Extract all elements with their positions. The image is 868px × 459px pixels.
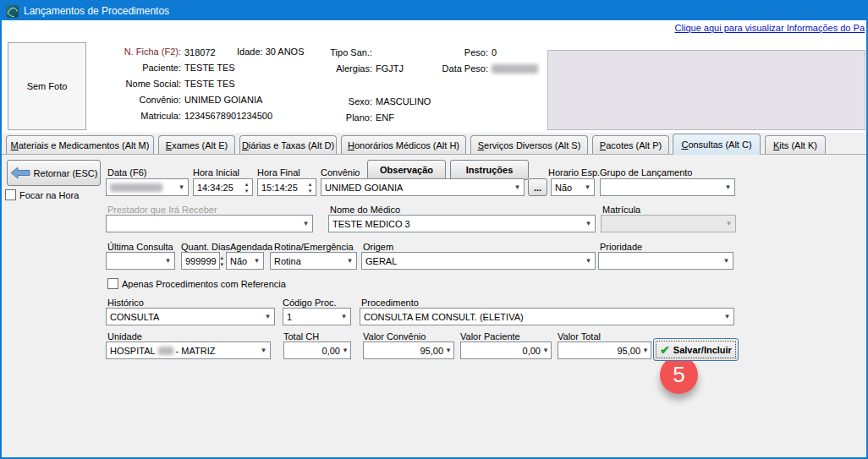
dropdown-arrow-icon: ▾ [722, 216, 735, 232]
instrucoes-button[interactable]: Instruções [450, 160, 529, 180]
idade-row: Idade: 30 ANOS [237, 46, 305, 57]
retornar-button[interactable]: Retornar (ESC) [7, 160, 101, 186]
dropdown-arrow-icon[interactable]: ▾ [261, 309, 274, 325]
spinner-up-icon[interactable]: ▴ [309, 181, 312, 188]
dropdown-arrow-icon[interactable]: ▾ [511, 179, 524, 195]
valor-convenio-label: Valor Convênio [363, 331, 426, 342]
step-annotation-badge: 5 [660, 356, 698, 394]
tab-materiais-medicamentos[interactable]: Materiais e Medicamentos (Alt M) [6, 135, 154, 154]
grupo-lancamento-label: Grupo de Lançamento [600, 167, 692, 178]
peso-value: 0 [492, 47, 497, 57]
tab-diarias-taxas[interactable]: Diárias e Taxas (Alt D) [239, 135, 337, 154]
spinner-down-icon[interactable]: ▾ [309, 188, 312, 194]
valor-paciente-field[interactable]: 0,00 ▾ [460, 342, 552, 359]
ultima-consulta-combobox[interactable]: ▾ [106, 252, 175, 270]
nome-medico-combobox[interactable]: TESTE MEDICO 3 ▾ [328, 215, 596, 232]
title-bar: Lançamentos de Procedimentos [2, 2, 866, 20]
alergias-value: FGJTJ [376, 63, 404, 74]
tab-consultas[interactable]: Consultas (Alt C) [673, 134, 761, 155]
convenio-value: UNIMED GOIANIA [184, 95, 262, 105]
rotina-emergencia-value: Rotina [274, 256, 301, 266]
spinner-down-icon[interactable]: ▾ [245, 188, 249, 194]
app-window: Lançamentos de Procedimentos Clique aqui… [0, 0, 868, 459]
dropdown-arrow-icon[interactable]: ▾ [722, 179, 734, 195]
dropdown-arrow-icon[interactable]: ▾ [340, 342, 350, 358]
salvar-incluir-button[interactable]: ✔ Salvar/Incluir [653, 338, 739, 361]
focar-na-hora-label: Focar na Hora [19, 190, 79, 200]
valor-total-field[interactable]: 95,00 ▾ [558, 342, 651, 359]
valor-total-value: 95,00 [560, 346, 640, 356]
convenio-label: Convênio: [80, 95, 181, 105]
prestador-combobox[interactable]: ▾ [106, 215, 313, 232]
tab-kits[interactable]: Kits (Alt K) [765, 135, 826, 154]
quant-dias-value: 999999 [185, 256, 217, 266]
nome-social-label: Nome Social: [80, 79, 181, 89]
apenas-referencia-checkbox[interactable] [107, 278, 118, 289]
dropdown-arrow-icon[interactable]: ▾ [162, 253, 174, 269]
link-strip: Clique aqui para visualizar Informações … [2, 20, 866, 37]
agendada-combobox[interactable]: Não ▾ [226, 252, 264, 270]
unidade-combobox[interactable]: HOSPITAL - MATRIZ ▾ [106, 342, 271, 359]
historico-combobox[interactable]: CONSULTA ▾ [106, 308, 275, 325]
ficha-label: N. Ficha (F2): [80, 46, 181, 57]
dropdown-arrow-icon[interactable]: ▾ [721, 309, 733, 325]
codigo-proc-value: 1 [287, 312, 292, 322]
hora-final-spinner[interactable]: 15:14:25 ▴▾ [257, 178, 316, 196]
focar-na-hora-checkbox[interactable] [5, 189, 16, 200]
tab-exames[interactable]: Exames (Alt E) [158, 135, 235, 154]
data-combobox[interactable]: ▾ [106, 178, 189, 196]
tab-servicos-diversos[interactable]: Serviços Diversos (Alt S) [470, 135, 588, 154]
check-icon: ✔ [660, 343, 670, 357]
hora-inicial-label: Hora Inicial [193, 167, 239, 178]
dropdown-arrow-icon[interactable]: ▾ [443, 342, 453, 358]
plano-label: Plano: [305, 112, 372, 123]
dropdown-arrow-icon[interactable]: ▾ [581, 179, 594, 195]
dropdown-arrow-icon[interactable]: ▾ [582, 253, 595, 269]
patient-info-link[interactable]: Clique aqui para visualizar Informações … [675, 23, 865, 33]
dropdown-arrow-icon[interactable]: ▾ [250, 253, 263, 269]
codigo-proc-combobox[interactable]: 1 ▾ [283, 308, 351, 325]
ellipsis-button[interactable]: ... [528, 178, 547, 196]
spinner-down-icon[interactable]: ▾ [220, 261, 223, 268]
observacao-button[interactable]: Observação [367, 160, 446, 180]
spinner-up-icon[interactable]: ▴ [245, 181, 249, 188]
hora-final-label: Hora Final [257, 167, 300, 178]
dropdown-arrow-icon[interactable]: ▾ [299, 216, 312, 232]
dropdown-arrow-icon[interactable]: ▾ [257, 342, 270, 358]
ficha-value: 318072 [184, 47, 216, 57]
retornar-label: Retornar (ESC) [34, 168, 98, 178]
tab-honorarios-medicos[interactable]: Honorários Médicos (Alt H) [341, 135, 466, 154]
paciente-label: Paciente: [80, 63, 181, 73]
quant-dias-label: Quant. Dias [181, 242, 230, 252]
hora-inicial-spinner[interactable]: 14:34:25 ▴▾ [193, 178, 253, 196]
prestador-label: Prestador que Irá Receber [107, 205, 217, 215]
historico-value: CONSULTA [110, 312, 159, 322]
dropdown-arrow-icon[interactable]: ▾ [541, 342, 551, 358]
plano-value: ENF [376, 112, 394, 123]
unidade-redacted-part [158, 347, 173, 355]
prioridade-label: Prioridade [600, 242, 642, 252]
total-ch-field[interactable]: 0,00 ▾ [283, 342, 351, 359]
rotina-emergencia-label: Rotina/Emergência [274, 242, 354, 252]
rotina-emergencia-combobox[interactable]: Rotina ▾ [270, 252, 357, 270]
grupo-lancamento-combobox[interactable]: ▾ [600, 178, 735, 196]
dropdown-arrow-icon[interactable]: ▾ [343, 253, 356, 269]
valor-total-label: Valor Total [558, 331, 601, 342]
dropdown-arrow-icon[interactable]: ▾ [175, 179, 188, 195]
ultima-consulta-label: Última Consulta [107, 242, 173, 252]
horario-esp-combobox[interactable]: Não ▾ [551, 178, 595, 196]
dropdown-arrow-icon[interactable]: ▾ [582, 216, 595, 232]
valor-convenio-field[interactable]: 95,00 ▾ [363, 342, 454, 359]
quant-dias-spinner[interactable]: 999999 ▴▾ [181, 252, 220, 270]
origem-combobox[interactable]: GERAL ▾ [361, 252, 596, 270]
procedimento-combobox[interactable]: CONSULTA EM CONSULT. (ELETIVA) ▾ [360, 308, 734, 325]
convenio-combobox[interactable]: UNIMED GOIANIA ▾ [321, 178, 525, 196]
dropdown-arrow-icon[interactable]: ▾ [338, 309, 350, 325]
dropdown-arrow-icon[interactable]: ▾ [640, 342, 651, 358]
spinner-up-icon[interactable]: ▴ [220, 254, 223, 261]
photo-placeholder: Sem Foto [8, 42, 86, 130]
codigo-proc-label: Código Proc. [283, 298, 337, 308]
tab-pacotes[interactable]: Pacotes (Alt P) [592, 135, 669, 154]
prioridade-combobox[interactable]: ▾ [598, 252, 733, 270]
dropdown-arrow-icon[interactable]: ▾ [720, 253, 733, 269]
